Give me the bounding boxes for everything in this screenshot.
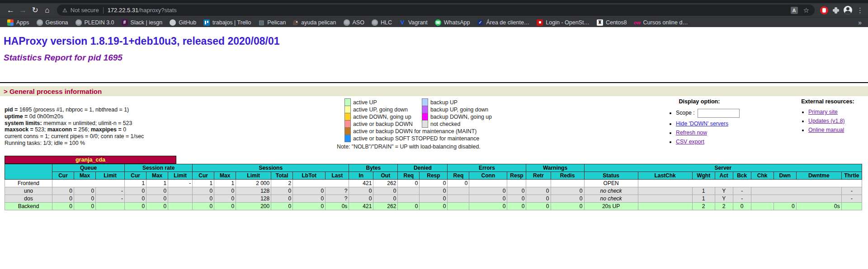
bookmark-item[interactable]: ASO <box>340 19 368 27</box>
link-csv-export[interactable]: CSV export <box>676 139 704 145</box>
stats-row-uno: uno00-000012800?0000000no check1Y-- <box>5 187 862 195</box>
stat-cell: 200 <box>236 203 271 210</box>
bookmark-item[interactable]: trabajos | Trello <box>200 19 255 27</box>
stat-cell: 0 <box>293 187 326 195</box>
section-header-band: > General process information <box>0 86 868 96</box>
stat-cell: 0 <box>349 187 373 195</box>
bookmark-item[interactable]: GitHub <box>166 19 200 27</box>
adblock-extension-icon[interactable] <box>820 6 828 14</box>
bookmark-label: Gestiona <box>46 19 68 26</box>
stat-cell: 0 <box>448 180 469 187</box>
url-path: /haproxy?stats <box>138 7 177 14</box>
bookmark-label: Login - OpenSt… <box>546 19 590 26</box>
stat-cell: 0 <box>74 203 96 210</box>
proxy-name-header[interactable]: granja_cda <box>5 156 176 164</box>
legend-swatch <box>345 135 351 142</box>
stats-table: QueueSession rateSessionsBytesDeniedErro… <box>5 164 862 210</box>
stat-cell: 0 <box>193 195 214 203</box>
stat-cell: 0 <box>373 195 398 203</box>
display-options: Display option: Scope : Hide 'DOWN' serv… <box>650 98 749 148</box>
bookmark-item[interactable]: Apps <box>4 19 33 27</box>
link-refresh-now[interactable]: Refresh now <box>676 130 707 136</box>
globe-favicon-icon <box>75 19 82 26</box>
process-info-line: current conns = 1; current pipes = 0/0; … <box>5 133 144 140</box>
link-online-manual[interactable]: Online manual <box>808 127 844 133</box>
legend-swatch <box>422 121 428 128</box>
stat-cell: 0 <box>526 195 551 203</box>
column-header: Out <box>373 172 398 180</box>
stat-cell: Y <box>715 187 733 195</box>
back-icon[interactable]: ← <box>5 4 17 16</box>
legend-label: backup UP <box>428 99 501 106</box>
bookmark-item[interactable]: Cursos online d… <box>631 19 692 27</box>
bookmark-label: PLEDIN 3.0 <box>85 19 114 26</box>
bookmark-item[interactable]: Pelican <box>255 19 289 27</box>
globe-favicon-icon <box>37 19 43 26</box>
translate-icon[interactable]: A <box>791 7 798 14</box>
stat-cell <box>168 203 193 210</box>
stats-row-frontend: Frontend11-112 0002421262000OPEN <box>5 180 862 187</box>
legend-label: active or backup DOWN for maintenance (M… <box>351 128 501 135</box>
bookmark-item[interactable]: Área de cliente… <box>473 19 533 27</box>
legend-swatch <box>422 113 428 121</box>
bookmark-item[interactable]: Centos8 <box>593 19 631 27</box>
home-icon[interactable]: ⌂ <box>41 4 53 16</box>
stat-cell: 0 <box>526 203 551 210</box>
link-primary-site[interactable]: Primary site <box>808 109 838 115</box>
stat-cell: 0 <box>52 195 74 203</box>
column-header: Limit <box>96 172 125 180</box>
stat-cell: 0 <box>293 195 326 203</box>
extensions-puzzle-icon[interactable] <box>833 7 839 14</box>
stat-cell: 0s <box>796 203 841 210</box>
stat-cell <box>448 203 469 210</box>
stat-cell: 0 <box>74 187 96 195</box>
bookmark-item[interactable]: HLC <box>368 19 396 27</box>
scope-option: Scope : <box>676 109 749 118</box>
row-name: Frontend <box>5 180 52 187</box>
menu-dots-icon[interactable]: ⋮ <box>857 6 863 14</box>
bookmark-item[interactable]: Vagrant <box>396 19 431 27</box>
column-header: Bck <box>733 172 751 180</box>
stat-cell: 0 <box>125 203 146 210</box>
bookmark-item[interactable]: Slack | iesgn <box>118 19 166 27</box>
reload-icon[interactable]: ↻ <box>29 4 41 16</box>
not-secure-warning-icon: ⚠ <box>62 7 67 14</box>
bookmark-item[interactable]: ayuda pelican <box>289 19 340 27</box>
stat-cell: - <box>733 187 751 195</box>
bookmark-star-icon[interactable]: ☆ <box>803 6 809 14</box>
whatsapp-favicon-icon <box>435 19 441 26</box>
column-header: Max <box>146 172 168 180</box>
external-resources-title: External resources: <box>788 98 868 105</box>
display-options-list: Scope : Hide 'DOWN' serversRefresh nowCS… <box>676 109 749 145</box>
group-header-row: QueueSession rateSessionsBytesDeniedErro… <box>5 164 862 172</box>
stats-row-dos: dos00-000012800?0000000no check1Y-- <box>5 195 862 203</box>
column-header: In <box>349 172 373 180</box>
divider <box>0 82 868 83</box>
link-hide-down-servers[interactable]: Hide 'DOWN' servers <box>676 121 728 127</box>
stat-cell: - <box>733 195 751 203</box>
link-updates-v1-8-[interactable]: Updates (v1.8) <box>808 118 845 124</box>
stat-cell: 1 <box>692 195 715 203</box>
stat-cell: 1 <box>214 180 236 187</box>
process-info-line: pid = 1695 (process #1, nbproc = 1, nbth… <box>5 107 144 113</box>
bookmark-item[interactable]: Login - OpenSt… <box>533 19 593 27</box>
bookmark-item[interactable]: PLEDIN 3.0 <box>72 19 118 27</box>
legend-table: active UPbackup UPactive UP, going downb… <box>344 98 501 142</box>
bookmark-label: ASO <box>353 19 364 26</box>
bookmark-item[interactable]: Gestiona <box>33 19 72 27</box>
forward-icon[interactable]: → <box>17 4 29 16</box>
bookmark-item[interactable]: WhatsApp <box>431 19 474 27</box>
address-bar[interactable]: ⚠ Not secure 172.22.5.31 /haproxy?stats … <box>57 5 815 16</box>
stat-cell <box>507 180 526 187</box>
bookmarks-overflow-icon[interactable]: » <box>855 19 864 26</box>
haproxy-stats-page: HAProxy version 1.8.19-1+deb10u3, releas… <box>0 27 868 269</box>
column-header-row: CurMaxLimitCurMaxLimitCurMaxLimitTotalLb… <box>5 172 862 180</box>
stat-cell: 2 <box>715 203 733 210</box>
stat-cell: 0 <box>146 187 168 195</box>
scope-input[interactable] <box>698 109 740 118</box>
page-title[interactable]: HAProxy version 1.8.19-1+deb10u3, releas… <box>4 35 280 47</box>
column-header: Last <box>326 172 349 180</box>
legend-label: active UP, going down <box>351 106 422 113</box>
stat-cell: 0 <box>146 203 168 210</box>
profile-avatar[interactable] <box>844 6 852 14</box>
